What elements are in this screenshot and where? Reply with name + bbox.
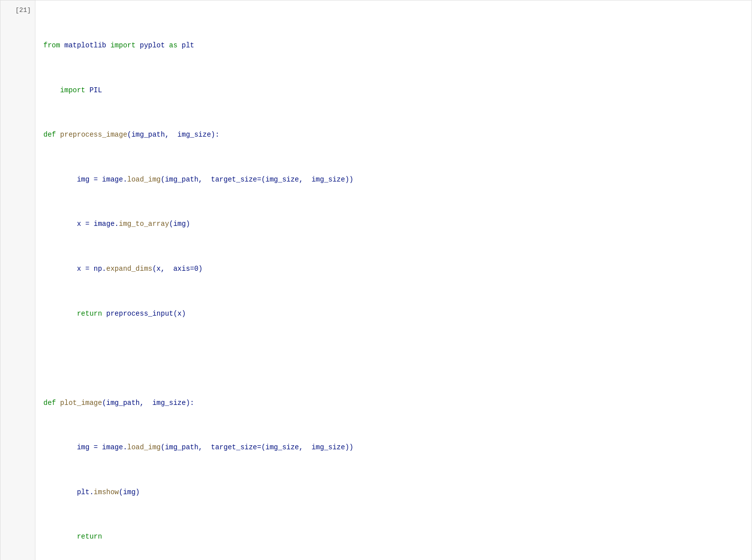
cell-gutter: [21] (0, 0, 35, 560)
fn-load-img: load_img (127, 176, 161, 184)
fn-img-to-array-args: (img) (169, 220, 190, 228)
fn-load-img-2: load_img (127, 443, 161, 451)
fn-load-img-args: (img_path, target_size=(img_size, img_si… (161, 176, 353, 184)
code-line-1: from matplotlib import pyplot as plt (43, 40, 744, 51)
code-line-10: img = image.load_img(img_path, target_si… (43, 442, 744, 453)
keyword-import-pil: import (60, 86, 85, 94)
code-x-assign: x = image. (43, 220, 119, 228)
module-pil: PIL (85, 86, 102, 94)
fn-preprocess: preprocess_image (56, 131, 127, 139)
code-line-11: plt.imshow(img) (43, 487, 744, 498)
cell-content[interactable]: from matplotlib import pyplot as plt imp… (35, 0, 752, 560)
notebook-cell: [21] from matplotlib import pyplot as pl… (0, 0, 752, 560)
indent (43, 86, 60, 94)
keyword-return-1: return (77, 310, 102, 318)
indent-return (43, 310, 77, 318)
code-line-7: return preprocess_input(x) (43, 308, 744, 319)
fn-imshow-args: (img) (119, 488, 140, 496)
code-line-9: def plot_image(img_path, img_size): (43, 397, 744, 408)
code-line-4: img = image.load_img(img_path, target_si… (43, 174, 744, 185)
module-name: matplotlib (60, 41, 111, 49)
fn-img-to-array: img_to_array (119, 220, 169, 228)
keyword-return-2: return (77, 533, 102, 541)
fn-params-2: (img_path, img_size): (102, 399, 194, 407)
code-line-3: def preprocess_image(img_path, img_size)… (43, 129, 744, 140)
keyword-import: import (110, 41, 135, 49)
keyword-from: from (43, 41, 60, 49)
code-img-load-2: img = image. (43, 443, 127, 451)
code-line-empty-1 (43, 353, 744, 364)
fn-expand-dims: expand_dims (106, 265, 152, 273)
fn-plot-image: plot_image (56, 399, 102, 407)
code-line-5: x = image.img_to_array(img) (43, 218, 744, 229)
code-img-load: img = image. (43, 176, 127, 184)
return-val-1: preprocess_input(x) (102, 310, 186, 318)
keyword-as: as (169, 41, 178, 49)
keyword-def-2: def (43, 399, 56, 407)
code-line-12: return (43, 531, 744, 542)
code-plt-imshow: plt. (43, 488, 94, 496)
code-line-2: import PIL (43, 85, 744, 96)
fn-load-img-2-args: (img_path, target_size=(img_size, img_si… (161, 443, 353, 451)
fn-expand-dims-args: (x, axis=0) (152, 265, 202, 273)
code-expand-dims: x = np. (43, 265, 106, 273)
code-block: from matplotlib import pyplot as plt imp… (43, 6, 744, 560)
code-line-6: x = np.expand_dims(x, axis=0) (43, 263, 744, 274)
cell-label: [21] (15, 6, 31, 14)
indent-return-2 (43, 533, 77, 541)
keyword-def-1: def (43, 131, 56, 139)
fn-params-1: (img_path, img_size): (127, 131, 219, 139)
module-pyplot: pyplot (136, 41, 169, 49)
fn-imshow: imshow (94, 488, 119, 496)
alias-plt: plt (178, 41, 194, 49)
